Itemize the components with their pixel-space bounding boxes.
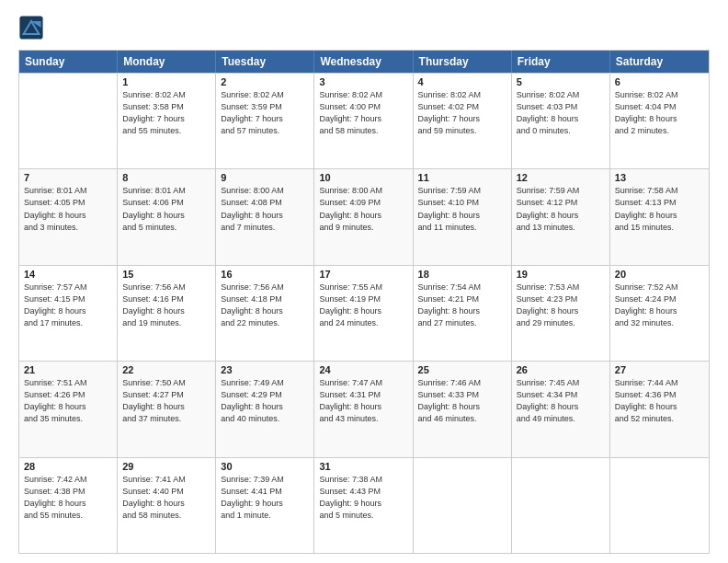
- cal-cell: 9Sunrise: 8:00 AM Sunset: 4:08 PM Daylig…: [216, 169, 314, 264]
- cal-cell: 14Sunrise: 7:57 AM Sunset: 4:15 PM Dayli…: [19, 266, 118, 361]
- cal-cell: 26Sunrise: 7:45 AM Sunset: 4:34 PM Dayli…: [512, 362, 610, 456]
- day-info: Sunrise: 7:51 AM Sunset: 4:26 PM Dayligh…: [24, 377, 112, 425]
- day-info: Sunrise: 7:38 AM Sunset: 4:43 PM Dayligh…: [319, 474, 407, 522]
- cal-cell: 25Sunrise: 7:46 AM Sunset: 4:33 PM Dayli…: [414, 362, 512, 456]
- cal-cell: [610, 458, 709, 553]
- cal-cell: [414, 458, 512, 553]
- cal-cell: 20Sunrise: 7:52 AM Sunset: 4:24 PM Dayli…: [610, 266, 709, 361]
- day-info: Sunrise: 8:02 AM Sunset: 3:59 PM Dayligh…: [221, 89, 309, 137]
- header-cell-tuesday: Tuesday: [216, 51, 314, 73]
- cal-cell: 28Sunrise: 7:42 AM Sunset: 4:38 PM Dayli…: [19, 458, 118, 553]
- day-info: Sunrise: 7:56 AM Sunset: 4:18 PM Dayligh…: [221, 282, 309, 329]
- calendar-body: 1Sunrise: 8:02 AM Sunset: 3:58 PM Daylig…: [19, 73, 709, 553]
- header-cell-wednesday: Wednesday: [314, 51, 413, 73]
- cal-cell: 16Sunrise: 7:56 AM Sunset: 4:18 PM Dayli…: [216, 266, 314, 361]
- day-info: Sunrise: 7:45 AM Sunset: 4:34 PM Dayligh…: [517, 377, 605, 425]
- cal-cell: 15Sunrise: 7:56 AM Sunset: 4:16 PM Dayli…: [118, 266, 216, 361]
- day-number: 18: [418, 269, 506, 280]
- cal-row-1: 7Sunrise: 8:01 AM Sunset: 4:05 PM Daylig…: [19, 168, 709, 264]
- day-info: Sunrise: 7:39 AM Sunset: 4:41 PM Dayligh…: [221, 474, 309, 522]
- cal-cell: 1Sunrise: 8:02 AM Sunset: 3:58 PM Daylig…: [118, 74, 216, 168]
- day-number: 13: [615, 172, 704, 183]
- cal-cell: 18Sunrise: 7:54 AM Sunset: 4:21 PM Dayli…: [414, 266, 512, 361]
- day-number: 3: [319, 76, 407, 87]
- day-number: 16: [221, 269, 309, 280]
- cal-row-4: 28Sunrise: 7:42 AM Sunset: 4:38 PM Dayli…: [19, 457, 709, 553]
- day-info: Sunrise: 7:53 AM Sunset: 4:23 PM Dayligh…: [517, 282, 605, 329]
- day-number: 22: [122, 364, 210, 375]
- day-info: Sunrise: 7:58 AM Sunset: 4:13 PM Dayligh…: [615, 185, 704, 233]
- day-number: 29: [122, 461, 210, 472]
- cal-cell: 8Sunrise: 8:01 AM Sunset: 4:06 PM Daylig…: [118, 169, 216, 264]
- cal-cell: 3Sunrise: 8:02 AM Sunset: 4:00 PM Daylig…: [314, 74, 413, 168]
- page: SundayMondayTuesdayWednesdayThursdayFrid…: [0, 0, 728, 563]
- header-cell-thursday: Thursday: [414, 51, 512, 73]
- day-number: 11: [418, 172, 506, 183]
- day-info: Sunrise: 8:01 AM Sunset: 4:05 PM Dayligh…: [24, 185, 112, 233]
- day-number: 25: [418, 364, 506, 375]
- cal-cell: 31Sunrise: 7:38 AM Sunset: 4:43 PM Dayli…: [314, 458, 413, 553]
- day-info: Sunrise: 8:02 AM Sunset: 3:58 PM Dayligh…: [122, 89, 210, 137]
- day-number: 15: [122, 269, 210, 280]
- day-info: Sunrise: 7:52 AM Sunset: 4:24 PM Dayligh…: [615, 282, 704, 329]
- day-number: 20: [615, 269, 704, 280]
- day-info: Sunrise: 7:56 AM Sunset: 4:16 PM Dayligh…: [122, 282, 210, 329]
- day-info: Sunrise: 7:44 AM Sunset: 4:36 PM Dayligh…: [615, 377, 704, 425]
- cal-cell: 21Sunrise: 7:51 AM Sunset: 4:26 PM Dayli…: [19, 362, 118, 456]
- day-number: 1: [122, 76, 210, 87]
- day-number: 31: [319, 461, 407, 472]
- cal-cell: 10Sunrise: 8:00 AM Sunset: 4:09 PM Dayli…: [314, 169, 413, 264]
- header-cell-saturday: Saturday: [610, 51, 709, 73]
- day-info: Sunrise: 8:02 AM Sunset: 4:04 PM Dayligh…: [615, 89, 704, 137]
- day-info: Sunrise: 7:49 AM Sunset: 4:29 PM Dayligh…: [221, 377, 309, 425]
- day-info: Sunrise: 8:01 AM Sunset: 4:06 PM Dayligh…: [122, 185, 210, 233]
- cal-cell: 27Sunrise: 7:44 AM Sunset: 4:36 PM Dayli…: [610, 362, 709, 456]
- cal-row-2: 14Sunrise: 7:57 AM Sunset: 4:15 PM Dayli…: [19, 265, 709, 361]
- day-info: Sunrise: 7:50 AM Sunset: 4:27 PM Dayligh…: [122, 377, 210, 425]
- day-number: 2: [221, 76, 309, 87]
- day-number: 17: [319, 269, 407, 280]
- day-number: 19: [517, 269, 605, 280]
- day-number: 6: [615, 76, 704, 87]
- cal-cell: 17Sunrise: 7:55 AM Sunset: 4:19 PM Dayli…: [314, 266, 413, 361]
- cal-cell: [19, 74, 118, 168]
- cal-cell: 6Sunrise: 8:02 AM Sunset: 4:04 PM Daylig…: [610, 74, 709, 168]
- logo: [18, 15, 48, 40]
- day-number: 9: [221, 172, 309, 183]
- day-number: 23: [221, 364, 309, 375]
- cal-cell: 13Sunrise: 7:58 AM Sunset: 4:13 PM Dayli…: [610, 169, 709, 264]
- day-number: 12: [517, 172, 605, 183]
- cal-cell: 19Sunrise: 7:53 AM Sunset: 4:23 PM Dayli…: [512, 266, 610, 361]
- day-info: Sunrise: 8:02 AM Sunset: 4:00 PM Dayligh…: [319, 89, 407, 137]
- day-info: Sunrise: 7:55 AM Sunset: 4:19 PM Dayligh…: [319, 282, 407, 329]
- day-number: 28: [24, 461, 112, 472]
- cal-cell: 4Sunrise: 8:02 AM Sunset: 4:02 PM Daylig…: [414, 74, 512, 168]
- day-number: 8: [122, 172, 210, 183]
- day-info: Sunrise: 8:02 AM Sunset: 4:02 PM Dayligh…: [418, 89, 506, 137]
- header-cell-monday: Monday: [118, 51, 216, 73]
- day-info: Sunrise: 8:02 AM Sunset: 4:03 PM Dayligh…: [517, 89, 605, 137]
- calendar-header-row: SundayMondayTuesdayWednesdayThursdayFrid…: [19, 51, 709, 73]
- day-number: 14: [24, 269, 112, 280]
- cal-cell: 12Sunrise: 7:59 AM Sunset: 4:12 PM Dayli…: [512, 169, 610, 264]
- day-number: 24: [319, 364, 407, 375]
- cal-cell: 2Sunrise: 8:02 AM Sunset: 3:59 PM Daylig…: [216, 74, 314, 168]
- header-cell-sunday: Sunday: [19, 51, 118, 73]
- cal-cell: [512, 458, 610, 553]
- day-number: 10: [319, 172, 407, 183]
- day-info: Sunrise: 7:47 AM Sunset: 4:31 PM Dayligh…: [319, 377, 407, 425]
- day-number: 26: [517, 364, 605, 375]
- cal-cell: 23Sunrise: 7:49 AM Sunset: 4:29 PM Dayli…: [216, 362, 314, 456]
- day-number: 4: [418, 76, 506, 87]
- day-info: Sunrise: 8:00 AM Sunset: 4:08 PM Dayligh…: [221, 185, 309, 233]
- day-info: Sunrise: 8:00 AM Sunset: 4:09 PM Dayligh…: [319, 185, 407, 233]
- day-number: 30: [221, 461, 309, 472]
- day-info: Sunrise: 7:59 AM Sunset: 4:10 PM Dayligh…: [418, 185, 506, 233]
- day-number: 27: [615, 364, 704, 375]
- cal-cell: 29Sunrise: 7:41 AM Sunset: 4:40 PM Dayli…: [118, 458, 216, 553]
- cal-cell: 11Sunrise: 7:59 AM Sunset: 4:10 PM Dayli…: [414, 169, 512, 264]
- cal-cell: 7Sunrise: 8:01 AM Sunset: 4:05 PM Daylig…: [19, 169, 118, 264]
- day-number: 5: [517, 76, 605, 87]
- cal-cell: 5Sunrise: 8:02 AM Sunset: 4:03 PM Daylig…: [512, 74, 610, 168]
- day-number: 7: [24, 172, 112, 183]
